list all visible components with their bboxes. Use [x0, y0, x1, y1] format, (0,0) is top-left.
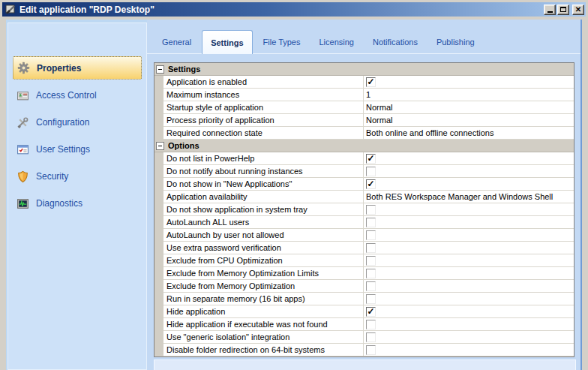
property-value-cell: [364, 344, 574, 356]
row-startup-style-of-application[interactable]: Startup style of applicationNormal: [154, 101, 574, 114]
collapse-icon[interactable]: [156, 142, 164, 150]
section-header-options[interactable]: Options: [154, 140, 574, 152]
row-margin: [154, 293, 164, 305]
checkbox-do-not-show-application-in-system-tray[interactable]: [366, 205, 376, 215]
section-header-settings[interactable]: Settings: [154, 63, 574, 76]
row-autolaunch-all-users[interactable]: AutoLaunch ALL users: [154, 216, 574, 229]
property-label: Application is enabled: [164, 76, 364, 89]
checkbox-do-not-show-in-new-applications[interactable]: ✓: [366, 179, 376, 189]
row-do-not-notify-about-running-instances[interactable]: Do not notify about running instances: [154, 165, 574, 178]
row-do-not-list-in-powerhelp[interactable]: Do not list in PowerHelp✓: [154, 152, 574, 165]
property-value[interactable]: Normal: [366, 116, 392, 125]
row-margin: [154, 344, 164, 356]
monitor-pulse-icon: [16, 197, 29, 210]
sidebar-item-label: Diagnostics: [36, 198, 82, 209]
row-margin: [154, 318, 164, 331]
checkbox-use-extra-password-verification[interactable]: [366, 243, 376, 253]
checkbox-run-in-separate-memory-16-bit-apps[interactable]: [366, 294, 376, 304]
property-value-cell: [364, 165, 574, 178]
row-margin: [154, 165, 164, 178]
property-label: Do not show in "New Applications": [164, 178, 364, 191]
property-value-cell: [364, 293, 574, 305]
sidebar-item-diagnostics[interactable]: Diagnostics: [13, 190, 142, 217]
property-label: Process priority of application: [164, 114, 364, 127]
sidebar-item-label: Access Control: [36, 90, 97, 101]
property-value-cell: ✓: [364, 76, 574, 89]
row-application-is-enabled[interactable]: Application is enabled✓: [154, 76, 574, 89]
property-label: Run in separate memory (16 bit apps): [164, 293, 364, 305]
row-do-not-show-application-in-system-tray[interactable]: Do not show application in system tray: [154, 203, 574, 216]
row-do-not-show-in-new-applications[interactable]: Do not show in "New Applications"✓: [154, 178, 574, 191]
close-icon: ✕: [575, 6, 581, 14]
minimize-icon: [548, 11, 553, 13]
close-button[interactable]: ✕: [572, 5, 584, 15]
row-use-extra-password-verification[interactable]: Use extra password verification: [154, 242, 574, 254]
checkbox-hide-application[interactable]: ✓: [366, 307, 376, 317]
property-value[interactable]: Both online and offline connections: [366, 128, 494, 137]
property-value-cell: [364, 216, 574, 229]
property-label: Hide application: [164, 305, 364, 318]
tab-file-types[interactable]: File Types: [255, 30, 309, 54]
window-check-icon: [16, 143, 29, 156]
checkbox-exclude-from-cpu-optimization[interactable]: [366, 256, 376, 266]
checkbox-do-not-list-in-powerhelp[interactable]: ✓: [366, 154, 376, 164]
checkbox-exclude-from-memory-optimization-limits[interactable]: [366, 269, 376, 278]
checkbox-application-is-enabled[interactable]: ✓: [366, 77, 376, 87]
property-label: Exclude from Memory Optimization Limits: [164, 267, 364, 280]
row-application-availability[interactable]: Application availabilityBoth RES Workspa…: [154, 191, 574, 203]
sidebar-item-properties[interactable]: Properties: [13, 56, 142, 80]
section-title: Options: [168, 141, 200, 150]
row-margin: [154, 280, 164, 293]
row-run-in-separate-memory-16-bit-apps[interactable]: Run in separate memory (16 bit apps): [154, 293, 574, 305]
collapse-icon[interactable]: [156, 65, 164, 74]
row-autolaunch-by-user-not-allowed[interactable]: AutoLaunch by user not allowed: [154, 229, 574, 242]
checkbox-exclude-from-memory-optimization[interactable]: [366, 281, 376, 291]
tab-general[interactable]: General: [154, 30, 200, 54]
property-value-cell: ✓: [364, 178, 574, 191]
property-value-cell: Both online and offline connections: [364, 127, 574, 140]
tab-licensing[interactable]: Licensing: [310, 30, 362, 54]
row-margin: [154, 331, 164, 344]
row-hide-application[interactable]: Hide application✓: [154, 305, 574, 318]
sidebar-item-security[interactable]: Security: [13, 163, 142, 190]
checkbox-hide-application-if-executable-was-not-found[interactable]: [366, 320, 376, 329]
row-margin: [154, 267, 164, 280]
row-margin: [154, 203, 164, 216]
row-required-connection-state[interactable]: Required connection stateBoth online and…: [154, 127, 574, 140]
checkbox-use-generic-isolation-integration[interactable]: [366, 332, 376, 342]
row-process-priority-of-application[interactable]: Process priority of applicationNormal: [154, 114, 574, 127]
tab-settings[interactable]: Settings: [202, 30, 252, 54]
property-label: Use extra password verification: [164, 242, 364, 254]
property-label: Disable folder redirection on 64-bit sys…: [164, 344, 364, 356]
property-value-cell: [364, 318, 574, 331]
title-bar[interactable]: Edit application "RDP Desktop" ✕: [2, 2, 586, 17]
property-value[interactable]: Normal: [366, 103, 392, 112]
row-disable-folder-redirection-on-64-bit-systems[interactable]: Disable folder redirection on 64-bit sys…: [154, 344, 574, 356]
property-label: Exclude from Memory Optimization: [164, 280, 364, 293]
tab-notifications[interactable]: Notifications: [364, 30, 426, 54]
minimize-button[interactable]: [544, 5, 556, 15]
row-maximum-instances[interactable]: Maximum instances1: [154, 89, 574, 101]
property-value[interactable]: 1: [366, 90, 370, 99]
row-exclude-from-memory-optimization-limits[interactable]: Exclude from Memory Optimization Limits: [154, 267, 574, 280]
sidebar-item-access-control[interactable]: Access Control: [13, 82, 142, 109]
row-use-generic-isolation-integration[interactable]: Use "generic isolation" integration: [154, 331, 574, 344]
property-label: Do not show application in system tray: [164, 203, 364, 216]
sidebar-item-label: Configuration: [36, 117, 89, 128]
maximize-icon: [560, 7, 566, 12]
checkbox-do-not-notify-about-running-instances[interactable]: [366, 167, 376, 176]
sidebar-item-user-settings[interactable]: User Settings: [13, 136, 142, 163]
checkbox-disable-folder-redirection-on-64-bit-systems[interactable]: [366, 345, 376, 355]
maximize-button[interactable]: [557, 5, 569, 15]
checkbox-autolaunch-all-users[interactable]: [366, 218, 376, 227]
tab-publishing[interactable]: Publishing: [428, 30, 483, 54]
checkbox-autolaunch-by-user-not-allowed[interactable]: [366, 230, 376, 240]
property-value[interactable]: Both RES Workspace Manager and Windows S…: [366, 192, 553, 201]
row-exclude-from-memory-optimization[interactable]: Exclude from Memory Optimization: [154, 280, 574, 293]
row-margin: [154, 114, 164, 127]
dialog-client-area: PropertiesAccess ControlConfigurationUse…: [6, 20, 582, 370]
check-mark-icon: ✓: [367, 78, 374, 86]
sidebar-item-configuration[interactable]: Configuration: [13, 109, 142, 136]
row-hide-application-if-executable-was-not-found[interactable]: Hide application if executable was not f…: [154, 318, 574, 331]
row-exclude-from-cpu-optimization[interactable]: Exclude from CPU Optimization: [154, 254, 574, 267]
